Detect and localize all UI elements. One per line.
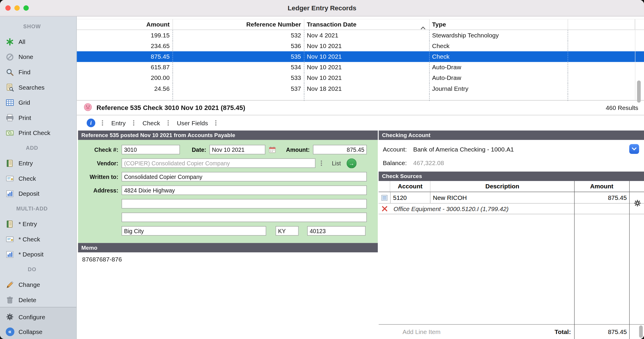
- app-window: Ledger Entry Records SHOW All None Find: [0, 0, 644, 339]
- table-row[interactable]: 615.87 534 Nov 10 2021 Auto-Draw: [77, 62, 644, 73]
- table-filler-row: [77, 94, 644, 101]
- add-line-item-button[interactable]: Add Line Item: [402, 328, 441, 335]
- cell-amount[interactable]: 875.45: [574, 192, 629, 203]
- info-icon[interactable]: i: [87, 119, 95, 127]
- check-sources-scrollbar-thumb[interactable]: [639, 325, 643, 338]
- table-header-row: Amount Reference Number Transaction Date…: [77, 19, 644, 30]
- sidebar-item-delete[interactable]: Delete: [0, 292, 76, 307]
- ledger-icon: [5, 219, 14, 228]
- column-header-transaction-date[interactable]: Transaction Date: [304, 19, 430, 29]
- sidebar-item-check[interactable]: Check: [0, 171, 76, 186]
- zoom-button[interactable]: [23, 5, 29, 11]
- cell-amount: 24.56: [77, 83, 173, 94]
- sidebar-item-collapse[interactable]: « Collapse: [0, 324, 76, 339]
- grid-icon: [5, 98, 14, 107]
- sidebar-item-change[interactable]: Change: [0, 277, 76, 292]
- table-row[interactable]: 199.15 532 Nov 4 2021 Stewardship Techno…: [77, 30, 644, 41]
- check-icon: [5, 235, 14, 244]
- sidebar-item-deposit[interactable]: Deposit: [0, 186, 76, 201]
- column-header-type[interactable]: Type: [430, 19, 568, 29]
- line-item-list-icon[interactable]: [379, 192, 390, 203]
- go-to-vendor-button[interactable]: →: [346, 158, 356, 168]
- delete-line-icon[interactable]: [379, 204, 390, 214]
- table-row-selected[interactable]: 875.45 535 Nov 10 2021 Check: [77, 51, 644, 62]
- sidebar-item-label: Print: [19, 114, 31, 121]
- date-input[interactable]: [209, 145, 265, 154]
- window-title: Ledger Entry Records: [0, 4, 644, 12]
- cell-amount: 875.45: [77, 51, 173, 62]
- cell-reference: 536: [173, 41, 304, 51]
- check-form: Check #: Date: Amount: Vendor:: [78, 140, 378, 243]
- column-header-reference-number[interactable]: Reference Number: [173, 19, 304, 29]
- sidebar-item-configure[interactable]: Configure: [0, 310, 76, 324]
- check-detail-panel: Reference 535 posted Nov 10 2021 from Ac…: [78, 131, 378, 339]
- vendor-list-label[interactable]: List: [332, 160, 341, 166]
- vendor-input[interactable]: [121, 158, 315, 168]
- account-value[interactable]: Bank of America Checking - 1000.A1: [413, 146, 514, 153]
- pencil-icon: [5, 280, 14, 289]
- zip-input[interactable]: [307, 226, 366, 236]
- address-line1-input[interactable]: [121, 185, 367, 195]
- sidebar: SHOW All None Find Searches: [0, 17, 77, 339]
- tab-user-fields[interactable]: User Fields: [176, 119, 209, 127]
- city-input[interactable]: [121, 226, 266, 236]
- sidebar-item-multi-entry[interactable]: * Entry: [0, 216, 76, 232]
- dots-icon: [321, 162, 322, 164]
- status-bar: Reference 535 Check 3010 Nov 10 2021 (87…: [77, 100, 644, 116]
- sidebar-item-all[interactable]: All: [0, 34, 76, 50]
- total-label: Total:: [555, 328, 571, 335]
- sidebar-item-print[interactable]: Print: [0, 110, 76, 125]
- sidebar-item-grid[interactable]: Grid: [0, 95, 76, 110]
- sidebar-item-multi-check[interactable]: * Check: [0, 231, 76, 247]
- calendar-icon[interactable]: [269, 146, 276, 153]
- written-to-label: Written to:: [78, 173, 122, 180]
- account-dropdown-button[interactable]: [629, 144, 639, 154]
- line-item-row[interactable]: 5120 New RICOH 875.45: [379, 192, 644, 204]
- column-header-amount[interactable]: Amount: [77, 19, 173, 29]
- table-scrollbar: [635, 19, 641, 100]
- sidebar-sections: SHOW All None Find Searches: [0, 17, 76, 307]
- memo-field[interactable]: 87687687-876: [78, 252, 378, 339]
- tab-entry[interactable]: Entry: [111, 119, 126, 127]
- sidebar-item-searches[interactable]: Searches: [0, 80, 76, 95]
- check-number-input[interactable]: [121, 145, 180, 154]
- column-header-account: Account: [390, 181, 431, 192]
- cell-account[interactable]: 5120: [390, 192, 431, 203]
- amount-input[interactable]: [313, 145, 367, 154]
- sidebar-item-entry[interactable]: Entry: [0, 156, 76, 171]
- account-label: Account:: [383, 146, 413, 153]
- cell-amount: 234.65: [77, 41, 173, 51]
- sidebar-item-print-check[interactable]: Print Check: [0, 125, 76, 141]
- sidebar-item-multi-deposit[interactable]: * Deposit: [0, 247, 76, 262]
- cell-description[interactable]: New RICOH: [431, 192, 574, 203]
- sidebar-item-label: * Check: [19, 236, 40, 243]
- memo-header: Memo: [78, 243, 378, 252]
- total-value: 875.45: [574, 328, 629, 335]
- cell-type: Check: [430, 51, 568, 62]
- table-row[interactable]: 234.65 536 Nov 10 2021 Check: [77, 41, 644, 51]
- results-count: 460 Results: [606, 104, 638, 111]
- check-number-label: Check #:: [78, 146, 122, 153]
- piggy-bank-icon: [83, 102, 93, 113]
- tab-check[interactable]: Check: [142, 119, 161, 127]
- state-input[interactable]: [276, 226, 299, 236]
- table-row[interactable]: 24.56 537 Nov 18 2021 Journal Entry: [77, 83, 644, 94]
- close-button[interactable]: [5, 5, 11, 11]
- sidebar-item-label: Searches: [19, 84, 45, 91]
- cell-reference: 535: [173, 51, 304, 62]
- detail-area: Reference 535 posted Nov 10 2021 from Ac…: [77, 131, 644, 339]
- minimize-button[interactable]: [14, 5, 20, 11]
- cell-type: Stewardship Technology: [430, 30, 568, 41]
- dots-icon: [102, 122, 103, 124]
- table-scrollbar-thumb[interactable]: [637, 80, 641, 103]
- table-row[interactable]: 200.00 533 Nov 10 2021 Auto-Draw: [77, 73, 644, 83]
- line-item-gear-icon[interactable]: [633, 199, 642, 209]
- written-to-input[interactable]: [121, 172, 367, 181]
- address-line2-input[interactable]: [121, 199, 367, 208]
- sidebar-item-find[interactable]: Find: [0, 65, 76, 80]
- address-line3-input[interactable]: [121, 213, 367, 222]
- main-area: Amount Reference Number Transaction Date…: [77, 17, 644, 339]
- sidebar-section-show: SHOW: [0, 19, 64, 34]
- sidebar-item-none[interactable]: None: [0, 49, 76, 65]
- document-search-icon: [5, 83, 14, 92]
